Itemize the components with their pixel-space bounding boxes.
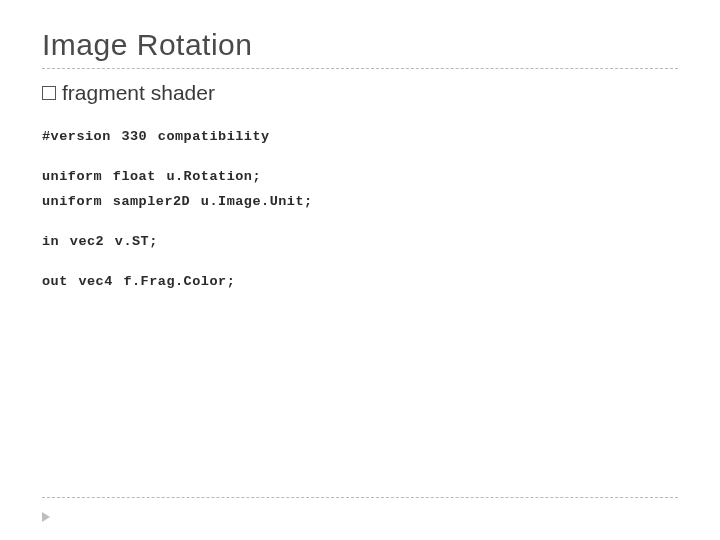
bullet-label: fragment shader	[62, 81, 215, 105]
bullet-box-icon	[42, 86, 56, 100]
title-divider	[42, 68, 678, 69]
code-line: in vec2 v.ST;	[42, 232, 678, 252]
code-line: uniform sampler2D u.Image.Unit;	[42, 192, 678, 212]
code-line: uniform float u.Rotation;	[42, 167, 678, 187]
slide: Image Rotation fragment shader #version …	[0, 0, 720, 540]
code-line: #version 330 compatibility	[42, 127, 678, 147]
code-line: out vec4 f.Frag.Color;	[42, 272, 678, 292]
code-block: #version 330 compatibility uniform float…	[42, 127, 678, 292]
bullet-line: fragment shader	[42, 81, 678, 105]
slide-title: Image Rotation	[42, 28, 678, 62]
play-triangle-icon	[42, 512, 50, 522]
footer-divider	[42, 497, 678, 498]
